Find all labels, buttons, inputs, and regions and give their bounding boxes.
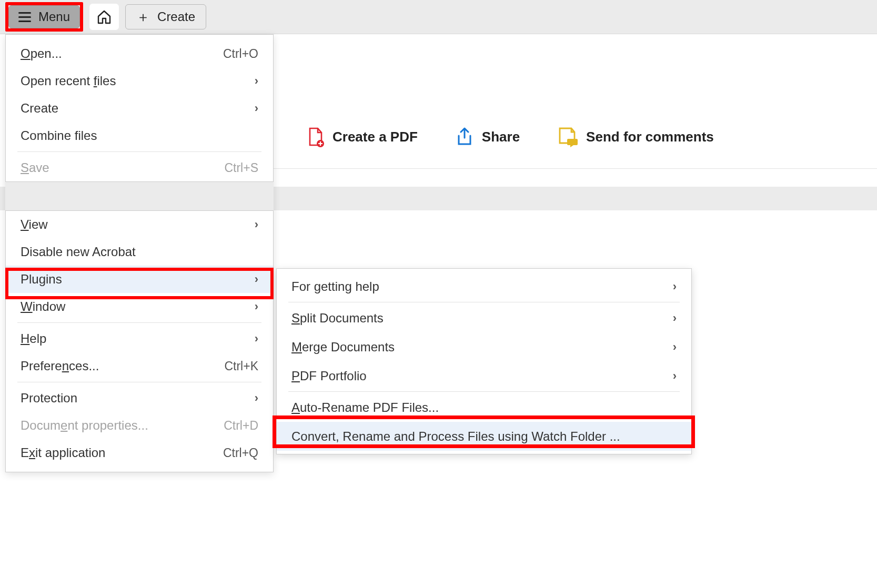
- hamburger-icon: [18, 12, 31, 22]
- menu-item-label: Preferences...: [21, 359, 99, 373]
- chevron-right-icon: ›: [255, 300, 258, 313]
- toolbar: Menu ＋ Create: [0, 0, 877, 34]
- create-button-label: Create: [157, 9, 195, 24]
- menu-separator: [17, 151, 261, 152]
- chevron-right-icon: ›: [255, 391, 258, 405]
- menu-dropdown: Open... Ctrl+O Open recent files › Creat…: [5, 34, 274, 472]
- submenu-item-label: Merge Documents: [291, 340, 395, 354]
- menu-button[interactable]: Menu: [8, 5, 80, 28]
- submenu-item-label: PDF Portfolio: [291, 369, 367, 383]
- menu-separator: [288, 391, 680, 392]
- submenu-item-label: Convert, Rename and Process Files using …: [291, 429, 620, 444]
- submenu-item-watch-folder[interactable]: Convert, Rename and Process Files using …: [277, 422, 691, 451]
- action-send-comments-label: Send for comments: [586, 129, 714, 145]
- menu-item-label: Open recent files: [21, 74, 116, 88]
- menu-item-label: View: [21, 217, 48, 232]
- menu-item-preferences[interactable]: Preferences... Ctrl+K: [6, 352, 273, 380]
- menu-item-exit[interactable]: Exit application Ctrl+Q: [6, 439, 273, 467]
- menu-separator: [17, 322, 261, 323]
- chevron-right-icon: ›: [255, 332, 258, 346]
- plugins-submenu: For getting help › Split Documents › Mer…: [276, 268, 692, 454]
- menu-item-label: Save: [21, 160, 49, 175]
- menu-item-plugins[interactable]: Plugins ›: [6, 266, 273, 293]
- menu-item-label: Document properties...: [21, 418, 148, 433]
- menu-separator: [17, 382, 261, 382]
- chevron-right-icon: ›: [673, 280, 677, 293]
- action-share[interactable]: Share: [455, 126, 520, 147]
- action-create-pdf-label: Create a PDF: [332, 129, 418, 145]
- comments-icon: [557, 126, 579, 147]
- menu-item-label: Plugins: [21, 272, 62, 287]
- share-icon: [455, 126, 475, 147]
- menu-shortcut: Ctrl+S: [224, 161, 258, 175]
- menu-item-help[interactable]: Help ›: [6, 325, 273, 352]
- menu-item-combine[interactable]: Combine files: [6, 122, 273, 149]
- menu-item-label: Exit application: [21, 445, 105, 460]
- highlight-menu-button: Menu: [5, 2, 83, 32]
- menu-button-label: Menu: [38, 9, 70, 24]
- submenu-item-label: Auto-Rename PDF Files...: [291, 400, 439, 415]
- action-create-pdf[interactable]: Create a PDF: [305, 126, 418, 147]
- menu-item-label: Protection: [21, 391, 77, 405]
- menu-item-save: Save Ctrl+S: [6, 154, 273, 181]
- menu-item-label: Combine files: [21, 128, 97, 143]
- menu-shortcut: Ctrl+O: [223, 47, 258, 61]
- submenu-item-auto-rename[interactable]: Auto-Rename PDF Files...: [277, 393, 691, 422]
- chevron-right-icon: ›: [255, 102, 258, 115]
- submenu-item-split-documents[interactable]: Split Documents ›: [277, 303, 691, 332]
- menu-item-protection[interactable]: Protection ›: [6, 384, 273, 412]
- menu-item-label: Window: [21, 299, 65, 314]
- menu-gap: [5, 181, 274, 211]
- menu-item-window[interactable]: Window ›: [6, 293, 273, 320]
- menu-separator: [288, 302, 680, 302]
- chevron-right-icon: ›: [673, 369, 677, 383]
- menu-item-label: Open...: [21, 46, 62, 61]
- menu-item-document-properties: Document properties... Ctrl+D: [6, 412, 273, 439]
- menu-item-label: Disable new Acrobat: [21, 245, 136, 259]
- chevron-right-icon: ›: [673, 311, 677, 325]
- menu-shortcut: Ctrl+Q: [223, 446, 258, 460]
- quick-actions-strip: Create a PDF Share Send for comments: [274, 105, 877, 169]
- chevron-right-icon: ›: [255, 272, 258, 286]
- submenu-item-help[interactable]: For getting help ›: [277, 272, 691, 301]
- menu-item-open-recent[interactable]: Open recent files ›: [6, 67, 273, 95]
- menu-item-disable-new-acrobat[interactable]: Disable new Acrobat: [6, 238, 273, 266]
- plus-icon: ＋: [136, 10, 150, 24]
- pdf-icon: [305, 126, 325, 147]
- chevron-right-icon: ›: [255, 218, 258, 231]
- menu-shortcut: Ctrl+K: [224, 359, 258, 373]
- menu-shortcut: Ctrl+D: [224, 419, 258, 433]
- menu-item-create[interactable]: Create ›: [6, 95, 273, 122]
- home-button[interactable]: [89, 4, 119, 30]
- chevron-right-icon: ›: [255, 74, 258, 88]
- svg-rect-1: [567, 139, 578, 145]
- menu-item-open[interactable]: Open... Ctrl+O: [6, 40, 273, 67]
- menu-item-view[interactable]: View ›: [6, 211, 273, 238]
- submenu-item-pdf-portfolio[interactable]: PDF Portfolio ›: [277, 361, 691, 390]
- home-icon: [96, 9, 112, 24]
- submenu-item-label: For getting help: [291, 279, 379, 294]
- create-button[interactable]: ＋ Create: [125, 4, 206, 29]
- menu-item-label: Create: [21, 101, 58, 116]
- chevron-right-icon: ›: [673, 340, 677, 354]
- action-share-label: Share: [482, 129, 520, 145]
- submenu-item-label: Split Documents: [291, 311, 384, 326]
- menu-item-label: Help: [21, 331, 46, 346]
- action-send-comments[interactable]: Send for comments: [557, 126, 714, 147]
- submenu-item-merge-documents[interactable]: Merge Documents ›: [277, 332, 691, 361]
